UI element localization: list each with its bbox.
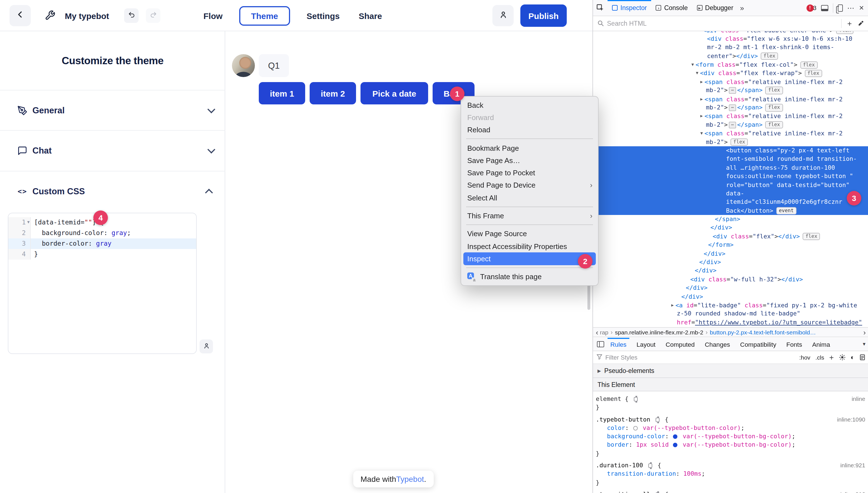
choice-button-pick-a-date[interactable]: Pick a date — [361, 82, 428, 104]
breadcrumb-item[interactable]: button.py-2.px-4.text-left.font-semibold… — [710, 329, 816, 336]
devtools-badge-flex[interactable]: flex — [730, 138, 748, 146]
eyedropper-icon[interactable] — [857, 20, 864, 27]
context-menu-item-back[interactable]: Back — [461, 99, 598, 111]
tab-theme[interactable]: Theme — [239, 6, 290, 25]
custom-css-editor[interactable]: 1▼[data-itemid=""] {2 background-color: … — [8, 213, 197, 354]
more-tabs-icon[interactable]: » — [738, 4, 746, 12]
html-tree-line[interactable]: </div> — [593, 284, 868, 292]
choice-button-item-1[interactable]: item 1 — [259, 82, 305, 104]
made-with-badge[interactable]: Made with Typebot. — [353, 471, 433, 488]
css-rule-line[interactable]: color: var(--typebot-button-color); — [593, 424, 868, 432]
expand-inline-icon[interactable]: ⋯ — [729, 104, 736, 111]
html-tree-line-selected[interactable]: focus:outline-none typebot-button " — [593, 172, 868, 180]
html-tree-line[interactable]: <div class="flex bubble enter-done">flex — [593, 31, 868, 35]
devtools-badge-flex[interactable]: flex — [765, 121, 783, 129]
tab-flow[interactable]: Flow — [201, 6, 225, 25]
html-tree-line-selected[interactable]: <button class="py-2 px-4 text-left — [593, 146, 868, 155]
html-tree-line[interactable]: mb-2">flex — [593, 137, 868, 146]
code-line[interactable]: 4} — [8, 249, 196, 260]
devtools-badge-event[interactable]: event — [776, 207, 796, 214]
code-line[interactable]: 3 border-color: gray — [8, 238, 196, 249]
html-tree-line[interactable]: <div class="flex w-6 xs:w-10 h-6 xs:h-10 — [593, 35, 868, 43]
html-tree-line[interactable]: mr-2 mb-2 mt-1 flex-shrink-0 items- — [593, 43, 868, 52]
html-tree-line-selected[interactable]: Back</button>event — [593, 206, 868, 215]
css-rule-line[interactable]: background-color: var(--typebot-button-b… — [593, 432, 868, 441]
css-rule-line[interactable]: .typebot-button {inline:1090 — [593, 415, 868, 424]
color-swatch-empty[interactable] — [633, 426, 638, 430]
tab-share[interactable]: Share — [356, 6, 384, 25]
devtools-badge-flex[interactable]: flex — [836, 31, 853, 34]
css-rule-line[interactable]: transition-duration: 100ms; — [593, 470, 868, 478]
html-tree-line[interactable]: mb-2">⋯</span>flex — [593, 121, 868, 129]
filter-styles-input[interactable]: Filter Styles :hov .cls + ◐ — [593, 351, 868, 364]
html-tree-line[interactable]: ▼<form class="flex flex-col">flex — [593, 60, 868, 69]
html-tree-line[interactable]: href="https://www.typebot.io/?utm_source… — [593, 318, 868, 327]
expand-inline-icon[interactable]: ⋯ — [729, 87, 736, 94]
sidebar-tab-rules[interactable]: Rules — [605, 338, 631, 351]
error-count-badge[interactable]: ! 3 — [806, 4, 816, 12]
light-scheme-icon[interactable] — [839, 354, 846, 361]
html-tree-line[interactable]: ▶<span class="relative inline-flex mr-2 — [593, 94, 868, 103]
devtools-tab-debugger[interactable]: ▸Debugger — [692, 0, 738, 16]
sidebar-section-custom-css[interactable]: <>Custom CSS — [0, 171, 225, 211]
devtools-badge-flex[interactable]: flex — [803, 233, 820, 240]
tab-settings[interactable]: Settings — [304, 6, 342, 25]
html-tree-line[interactable]: </div> — [593, 249, 868, 258]
html-tree-line[interactable]: ▼<span class="relative inline-flex mr-2 — [593, 129, 868, 137]
html-tree-line[interactable]: <div class="w-full h-32"></div> — [593, 275, 868, 284]
sidebar-section-chat[interactable]: Chat — [0, 130, 225, 170]
html-tree-line[interactable]: </div> — [593, 223, 868, 232]
breadcrumb-scroll-icon[interactable]: › — [863, 328, 866, 336]
close-devtools-icon[interactable]: ✕ — [859, 4, 864, 12]
avatar-toggle-button[interactable] — [200, 340, 213, 353]
back-button[interactable] — [9, 5, 31, 26]
css-rule-line[interactable]: border: 1px solid var(--typebot-button-b… — [593, 441, 868, 449]
class-toggle[interactable]: .cls — [815, 354, 824, 361]
add-rule-icon[interactable]: + — [829, 353, 834, 362]
sidebar-tab-compatibility[interactable]: Compatibility — [735, 338, 781, 351]
context-menu-item-inspect[interactable]: Inspect — [463, 253, 596, 265]
html-tree-line[interactable]: ▶<span class="relative inline-flex mr-2 — [593, 78, 868, 86]
devtools-badge-flex[interactable]: flex — [761, 52, 778, 60]
tabs-dropdown-icon[interactable]: ▼ — [862, 342, 866, 347]
devtools-badge-flex[interactable]: flex — [765, 87, 783, 94]
html-tree-line-selected[interactable]: itemid="cl3iunm4p000f2e6gfr8cznr — [593, 198, 868, 207]
responsive-mode-icon[interactable] — [838, 4, 843, 12]
print-simulation-icon[interactable] — [860, 354, 865, 361]
html-tree-line[interactable]: </div> — [593, 292, 868, 301]
html-tree-line[interactable]: z-50 rounded shadow-md lite-badge" — [593, 309, 868, 318]
redo-button[interactable] — [146, 8, 160, 23]
html-tree[interactable]: <div class="flex bubble enter-done">flex… — [593, 31, 868, 327]
dark-scheme-icon[interactable]: ◐ — [851, 353, 855, 361]
css-rule-line[interactable]: } — [593, 449, 868, 458]
html-tree-line[interactable]: center"></div>flex — [593, 52, 868, 60]
sidebar-tab-computed[interactable]: Computed — [661, 338, 700, 351]
choice-button-item-2[interactable]: item 2 — [310, 82, 356, 104]
devtools-tab-inspector[interactable]: Inspector — [608, 0, 651, 16]
color-swatch-blue[interactable] — [673, 434, 678, 439]
collaborators-button[interactable] — [492, 5, 513, 26]
toggle-panes-icon[interactable] — [597, 341, 604, 347]
devtools-menu-icon[interactable]: ⋯ — [847, 4, 854, 12]
search-html-input[interactable]: Search HTML + — [593, 16, 868, 31]
css-rule-line[interactable]: element { inline — [593, 395, 868, 403]
css-rule-line[interactable]: .duration-100 {inline:921 — [593, 461, 868, 470]
sidebar-tab-layout[interactable]: Layout — [631, 338, 661, 351]
add-node-icon[interactable]: + — [847, 19, 852, 28]
publish-button[interactable]: Publish — [520, 4, 567, 27]
sidebar-tab-anima[interactable]: Anima — [807, 338, 835, 351]
rule-source-link[interactable]: inline:921 — [840, 461, 865, 470]
devtools-badge-flex[interactable]: flex — [800, 61, 817, 69]
breadcrumb-scroll-icon[interactable]: ‹ — [596, 328, 598, 336]
typebot-name[interactable]: My typebot — [65, 11, 109, 21]
context-menu-item-save-page-as-[interactable]: Save Page As… — [461, 154, 598, 167]
devtools-badge-flex[interactable]: flex — [765, 104, 783, 111]
breadcrumb-item[interactable]: › — [706, 329, 708, 336]
rule-source-link[interactable]: inline — [851, 395, 865, 403]
html-tree-line[interactable]: ▶<span class="relative inline-flex mr-2 — [593, 112, 868, 121]
context-menu-item-view-page-source[interactable]: View Page Source — [461, 228, 598, 240]
pseudo-elements-section[interactable]: ▶ Pseudo-elements — [593, 364, 868, 378]
css-rules-view[interactable]: element { inline}.typebot-button {inline… — [593, 391, 868, 493]
html-tree-line-selected[interactable]: role="button" data-testid="button" — [593, 180, 868, 189]
html-tree-line-selected[interactable]: data- — [593, 189, 868, 198]
